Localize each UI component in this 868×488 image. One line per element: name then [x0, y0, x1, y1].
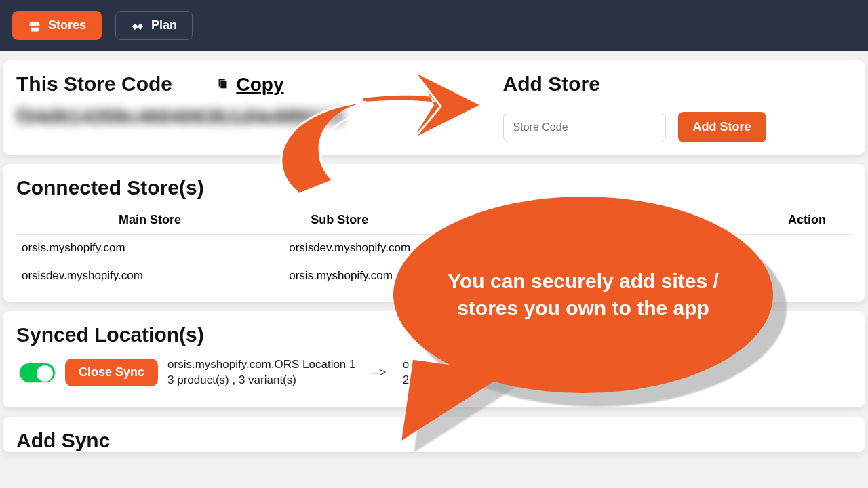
- nav-plan-button[interactable]: Plan: [115, 11, 193, 40]
- sync-arrow: -->: [366, 366, 393, 380]
- synced-locations-title: Synced Location(s): [16, 323, 852, 346]
- close-sync-button[interactable]: Close Sync: [65, 359, 158, 386]
- store-code-input[interactable]: [503, 113, 666, 142]
- col-action: Action: [551, 206, 852, 235]
- sync-source: orsis.myshopify.com.ORS Location 1 3 pro…: [167, 357, 355, 388]
- sync-dest: orsisdev.myshopify.com.ORS From SKU 2 p: [403, 357, 610, 388]
- add-store-button[interactable]: Add Store: [678, 112, 766, 142]
- this-store-code-title: This Store Code: [16, 73, 172, 95]
- sync-row: Close Sync orsis.myshopify.com.ORS Locat…: [16, 350, 852, 395]
- connected-stores-panel: Connected Store(s) Main Store Sub Store …: [3, 164, 865, 302]
- store-code-value: f34d614359c4604063b1d4e889113: [16, 105, 476, 128]
- add-store-title: Add Store: [503, 73, 852, 96]
- table-row: orsis.myshopify.com orsisdev.myshopify.c…: [16, 235, 852, 262]
- cell-main: orsis.myshopify.com: [16, 235, 283, 262]
- copy-label: Copy: [236, 74, 283, 96]
- cell-main: orsisdev.myshopify.com: [16, 262, 283, 290]
- nav-stores-button[interactable]: Stores: [12, 11, 102, 40]
- add-sync-title: Add Sync: [16, 429, 852, 452]
- cell-sub: orsisdev.myshopify.com: [283, 235, 551, 262]
- store-icon: [28, 20, 41, 32]
- connected-stores-table: Main Store Sub Store Action orsis.myshop…: [16, 206, 852, 289]
- cell-sub: orsis.myshopify.com: [283, 262, 551, 290]
- add-sync-panel: Add Sync: [3, 417, 865, 452]
- copy-icon: [216, 74, 231, 96]
- col-sub-store: Sub Store: [283, 206, 551, 235]
- nav-plan-label: Plan: [151, 18, 177, 33]
- nav-stores-label: Stores: [48, 18, 86, 33]
- table-row: orsisdev.myshopify.com orsis.myshopify.c…: [16, 262, 852, 290]
- sync-toggle[interactable]: [19, 363, 56, 383]
- col-main-store: Main Store: [16, 206, 283, 235]
- synced-locations-panel: Synced Location(s) Close Sync orsis.mysh…: [3, 311, 865, 407]
- copy-button[interactable]: Copy: [216, 74, 283, 96]
- navbar: Stores Plan: [0, 0, 868, 51]
- connected-stores-title: Connected Store(s): [16, 176, 852, 199]
- handshake-icon: [131, 20, 144, 32]
- store-code-panel: This Store Code Copy f34d614359c4604063b…: [3, 60, 865, 155]
